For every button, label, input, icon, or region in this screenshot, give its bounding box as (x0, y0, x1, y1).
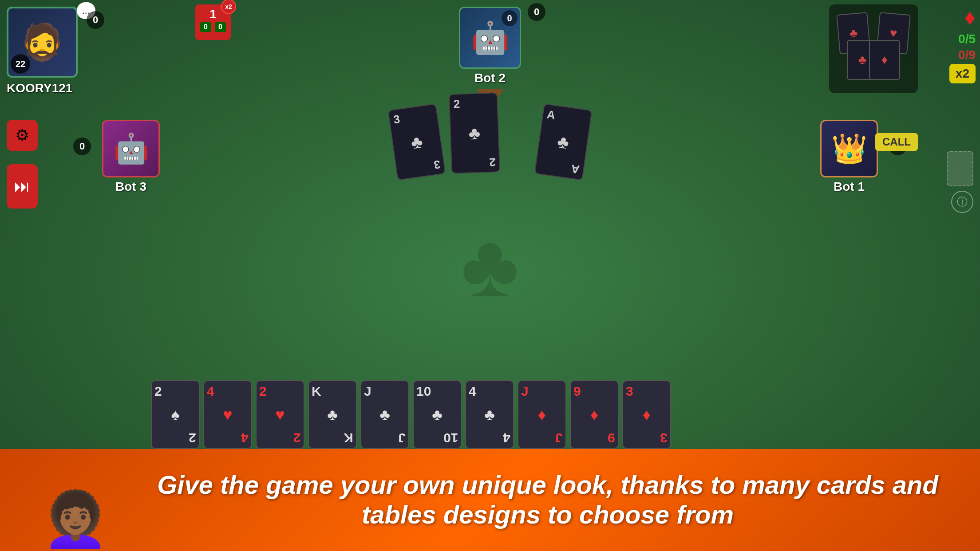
game-table: ♣ x2 1 0 0 🤖 0 0 Bot 2 🧔 22 (0, 0, 980, 551)
rank-bottom: 3 (660, 431, 668, 445)
call-badge: CALL (875, 133, 918, 151)
hand-card-8[interactable]: J ♦ J (518, 380, 566, 449)
hand-card-5[interactable]: J ♣ J (360, 380, 409, 449)
suit: ♦ (538, 405, 546, 424)
rank-bottom: 2 (293, 431, 301, 445)
rank-top: 2 (259, 385, 267, 398)
center-cards: 3 ♣ 3 2 ♣ 2 A ♣ A (406, 93, 574, 191)
suit: ♥ (223, 405, 232, 424)
banner-character: 👩🏾‍🦱 (18, 449, 133, 551)
rank-top: K (312, 385, 321, 398)
rank-bottom: 4 (241, 431, 249, 445)
hand-card-2[interactable]: 4 ♥ 4 (203, 380, 252, 449)
rank-bottom: J (555, 431, 563, 445)
hand-card-3[interactable]: 2 ♥ 2 (256, 380, 304, 449)
bot1-icon: 👑 (831, 132, 867, 165)
character-illustration: 👩🏾‍🦱 (42, 488, 109, 551)
deck-card-4: ♦ (869, 40, 900, 80)
rank-top: J (364, 385, 371, 398)
rank-top: 4 (207, 385, 214, 398)
suit: ♣ (484, 405, 495, 424)
suit: ♥ (275, 405, 285, 424)
bot3-avatar: 🤖 (102, 120, 160, 177)
stat-progress1: 0/5 (958, 32, 976, 46)
rank-top: 3 (626, 385, 633, 398)
settings-button[interactable]: ⚙ (7, 120, 38, 151)
card-ace-clubs[interactable]: A ♣ A (534, 103, 592, 181)
bot3-name: Bot 3 (115, 180, 146, 194)
bot1-area: 👑 0 CALL Bot 1 (820, 120, 878, 194)
hand-card-1[interactable]: 2 ♠ 2 (151, 380, 200, 449)
club-watermark: ♣ (461, 214, 519, 316)
skip-button[interactable]: ⏭ (7, 164, 38, 209)
bot1-name: Bot 1 (834, 180, 865, 194)
rank-top: 4 (469, 385, 476, 398)
player-area: 🧔 22 ... 0 KOORY121 (7, 7, 78, 95)
card-rank-bottom: 2 (489, 156, 495, 168)
rank-top: J (521, 385, 529, 398)
card-rank-bottom: 3 (433, 158, 441, 171)
card-placeholder (947, 151, 973, 186)
player-hand: 2 ♠ 2 4 ♥ 4 2 ♥ 2 K ♣ K J ♣ J 10 ♣ 10 (151, 380, 971, 449)
banner-text: Give the game your own unique look, than… (133, 470, 962, 529)
card-suit: ♣ (556, 131, 570, 153)
suit: ♠ (171, 405, 179, 424)
rank-bottom: 10 (443, 431, 458, 445)
rank-bottom: J (398, 431, 406, 445)
suit: ♦ (590, 405, 598, 424)
bot2-avatar: 🤖 0 (459, 7, 521, 69)
bot3-score-badge: 0 (73, 138, 91, 155)
card-rank-top: 2 (453, 98, 460, 110)
promotion-banner: 👩🏾‍🦱 Give the game your own unique look,… (0, 449, 980, 551)
diamond-icon: ♦ (964, 4, 976, 30)
player-name: KOORY121 (7, 81, 72, 95)
card-2-clubs[interactable]: 2 ♣ 2 (449, 92, 500, 174)
deck-cards: ♣ ♥ ♣ ♦ (838, 13, 909, 84)
score-tile: x2 1 0 0 (195, 4, 231, 40)
sub2: 0 (215, 22, 226, 32)
info-button[interactable]: ⓘ (951, 191, 973, 213)
rank-top: 10 (416, 385, 431, 398)
hand-card-7[interactable]: 4 ♣ 4 (465, 380, 514, 449)
sidebar: ⚙ ⏭ (7, 120, 38, 209)
card-rank-top: 3 (393, 113, 401, 126)
player-score-badge: 0 (87, 11, 104, 29)
card-suit: ♣ (410, 131, 424, 153)
rank-bottom: 9 (608, 431, 615, 445)
score-sub: 0 0 (200, 22, 226, 32)
bot1-avatar: 👑 (820, 120, 878, 177)
bot2-score: 0 (502, 10, 518, 26)
card-rank-top: A (546, 108, 556, 121)
bot2-icon: 🤖 (471, 20, 510, 56)
bot2-area: 🤖 0 0 Bot 2 (459, 7, 521, 85)
bot2-name: Bot 2 (474, 71, 506, 85)
stats-area: ♦ 0/5 0/9 x2 (949, 4, 976, 83)
card-suit: ♣ (468, 123, 481, 143)
multiplier-badge: x2 (949, 64, 976, 83)
rank-bottom: 2 (189, 431, 196, 445)
hand-card-4[interactable]: K ♣ K (308, 380, 357, 449)
bot3-icon: 🤖 (113, 132, 149, 165)
rank-top: 9 (573, 385, 581, 398)
hand-card-10[interactable]: 3 ♦ 3 (622, 380, 671, 449)
rank-bottom: K (344, 431, 353, 445)
player-level: 22 (11, 54, 30, 74)
suit: ♣ (432, 405, 443, 424)
suit: ♦ (643, 405, 651, 424)
suit: ♣ (327, 405, 338, 424)
hand-card-6[interactable]: 10 ♣ 10 (413, 380, 462, 449)
x2-badge: x2 (221, 0, 236, 14)
rank-bottom: 4 (503, 431, 510, 445)
scoreboard: x2 1 0 0 (195, 4, 231, 40)
card-3-clubs[interactable]: 3 ♣ 3 (387, 103, 446, 181)
player-avatar: 🧔 22 (7, 7, 78, 78)
stat-progress2: 0/9 (958, 48, 976, 62)
sub1: 0 (200, 22, 211, 32)
bot2-score-badge: 0 (528, 3, 545, 21)
deck-area: ♣ ♥ ♣ ♦ (829, 4, 918, 93)
score-main: 1 (209, 8, 217, 20)
bot3-area: 🤖 0 Bot 3 (102, 120, 160, 194)
card-rank-bottom: A (570, 163, 580, 175)
hand-card-9[interactable]: 9 ♦ 9 (570, 380, 619, 449)
rank-top: 2 (154, 385, 162, 398)
